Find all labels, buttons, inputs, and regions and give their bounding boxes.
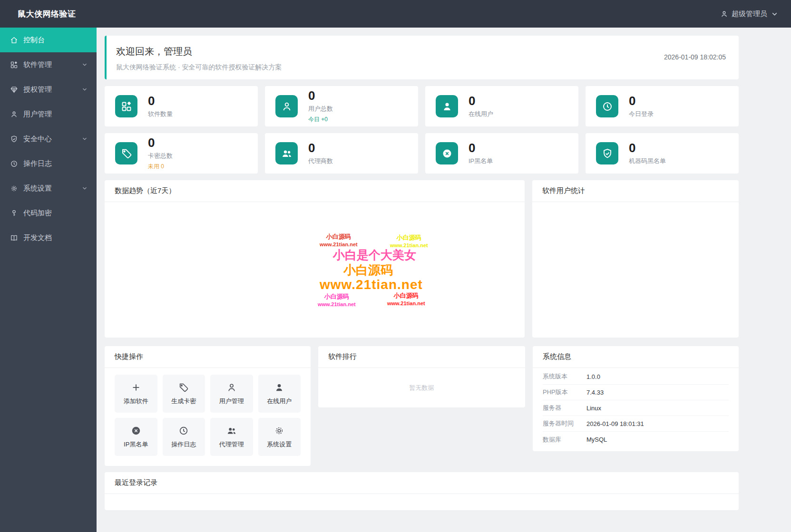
quick-action-label: IP黑名单	[124, 440, 148, 449]
tag-icon	[115, 142, 137, 164]
recent-logins-body	[105, 494, 739, 510]
stat-card-card-keys: 0 卡密总数 未用 0	[105, 133, 258, 174]
watermark-bottom-left: 小白源码 www.21tian.net	[318, 292, 356, 308]
user-icon	[10, 110, 23, 118]
stat-value: 0	[308, 89, 333, 103]
sidebar-item-authorization[interactable]: 授权管理	[0, 77, 97, 102]
shield-check-icon	[10, 135, 23, 143]
stats-row-1: 0 软件数量 0 用户总数 今日 +0 0 在线用户 0 今日登录	[105, 86, 739, 126]
system-info-row: PHP版本 7.4.33	[543, 385, 729, 400]
sidebar-item-label: 用户管理	[23, 110, 88, 119]
quick-action-system-settings[interactable]: 系统设置	[258, 418, 301, 456]
stat-value: 0	[629, 141, 666, 155]
user-menu-label: 超级管理员	[732, 10, 767, 19]
watermark-bottom-right: 小白源码 www.21tian.net	[387, 291, 425, 307]
sidebar-item-encryption[interactable]: 代码加密	[0, 201, 97, 225]
tag-icon	[178, 382, 189, 393]
sidebar-item-label: 授权管理	[23, 85, 81, 94]
sidebar-item-security[interactable]: 安全中心	[0, 126, 97, 151]
stat-label: IP黑名单	[469, 157, 493, 165]
system-info-label: 系统版本	[543, 372, 586, 381]
user-outline-icon	[226, 382, 237, 393]
quick-action-add-software[interactable]: 添加软件	[115, 375, 157, 413]
system-info-row: 服务器时间 2026-01-09 18:01:31	[543, 416, 729, 432]
stat-value: 0	[469, 94, 493, 108]
software-ranking-panel: 软件排行 暂无数据	[318, 346, 525, 407]
stat-label: 今日登录	[629, 110, 654, 118]
users-icon	[275, 142, 298, 164]
quick-action-label: 添加软件	[124, 397, 148, 406]
stat-value: 0	[629, 94, 654, 108]
sidebar-item-settings[interactable]: 系统设置	[0, 176, 97, 201]
quick-actions-grid: 添加软件 生成卡密 用户管理 在线用户 IP黑名单	[105, 368, 311, 466]
sidebar-item-software[interactable]: 软件管理	[0, 52, 97, 77]
system-info-row: 数据库 MySQL	[543, 432, 729, 447]
quick-action-user-management[interactable]: 用户管理	[210, 375, 253, 413]
user-outline-icon	[275, 95, 298, 117]
system-info-panel: 系统信息 系统版本 1.0.0 PHP版本 7.4.33 服务器 Linux 服…	[533, 346, 739, 451]
watermark-big-pink: 小白是个大美女	[333, 247, 416, 263]
software-user-stats-title: 软件用户统计	[532, 180, 739, 202]
system-info-label: 服务器时间	[543, 419, 586, 428]
stat-card-today-logins: 0 今日登录	[586, 86, 739, 126]
main-content: 欢迎回来，管理员 鼠大侠网络验证系统 · 安全可靠的软件授权验证解决方案 202…	[97, 28, 791, 532]
sidebar-item-label: 操作日志	[23, 159, 88, 168]
user-menu[interactable]: 超级管理员	[720, 10, 779, 19]
user-icon	[720, 10, 728, 18]
user-solid-icon	[274, 382, 284, 393]
sidebar-item-logs[interactable]: 操作日志	[0, 151, 97, 176]
stat-label: 代理商数	[308, 157, 333, 165]
user-solid-icon	[436, 95, 458, 117]
quick-action-generate-keys[interactable]: 生成卡密	[163, 375, 205, 413]
system-info-label: 服务器	[543, 404, 586, 412]
system-info-value: 1.0.0	[586, 373, 600, 380]
sidebar-item-docs[interactable]: 开发文档	[0, 225, 97, 250]
system-info-title: 系统信息	[533, 346, 739, 368]
system-info-value: Linux	[586, 405, 601, 412]
sidebar-item-dashboard[interactable]: 控制台	[0, 28, 97, 52]
trend-chart-title: 数据趋势（近7天）	[105, 180, 525, 202]
recent-logins-panel: 最近登录记录	[105, 472, 739, 510]
quick-actions-title: 快捷操作	[105, 346, 311, 368]
stat-sub-today: 今日 +0	[308, 116, 333, 124]
sidebar-item-users[interactable]: 用户管理	[0, 102, 97, 126]
clock-icon	[10, 160, 23, 168]
quick-action-operation-logs[interactable]: 操作日志	[163, 418, 205, 456]
system-info-body: 系统版本 1.0.0 PHP版本 7.4.33 服务器 Linux 服务器时间 …	[533, 368, 739, 451]
clock-icon	[178, 426, 189, 436]
quick-action-online-users[interactable]: 在线用户	[258, 375, 301, 413]
book-icon	[10, 234, 23, 242]
quick-action-label: 系统设置	[267, 440, 292, 449]
welcome-banner: 欢迎回来，管理员 鼠大侠网络验证系统 · 安全可靠的软件授权验证解决方案 202…	[105, 36, 739, 79]
watermark-top-right: 小白源码 www.21tian.net	[390, 233, 428, 249]
system-info-row: 系统版本 1.0.0	[543, 369, 729, 385]
stat-card-online-users: 0 在线用户	[425, 86, 578, 126]
stats-row-2: 0 卡密总数 未用 0 0 代理商数 0 IP黑名单 0 机器码黑名单	[105, 133, 739, 174]
stat-card-agents: 0 代理商数	[265, 133, 418, 174]
stat-label: 用户总数	[308, 105, 333, 113]
system-info-row: 服务器 Linux	[543, 400, 729, 416]
chevron-down-icon	[81, 86, 88, 93]
apps-icon	[115, 95, 137, 117]
quick-action-ip-blacklist[interactable]: IP黑名单	[115, 418, 157, 456]
quick-action-label: 在线用户	[267, 397, 292, 406]
circle-x-icon	[131, 426, 141, 436]
welcome-title: 欢迎回来，管理员	[116, 45, 727, 58]
software-ranking-body: 暂无数据	[318, 368, 525, 407]
system-info-value: 2026-01-09 18:01:31	[586, 420, 644, 427]
stat-card-machine-blacklist: 0 机器码黑名单	[586, 133, 739, 174]
sidebar-item-label: 代码加密	[23, 209, 88, 218]
system-info-value: 7.4.33	[586, 389, 604, 396]
top-header: 鼠大侠网络验证 超级管理员	[0, 0, 791, 28]
sidebar-item-label: 安全中心	[23, 135, 81, 144]
recent-logins-title: 最近登录记录	[105, 472, 739, 494]
home-icon	[10, 36, 23, 44]
software-user-stats-area	[532, 202, 739, 338]
quick-action-agent-management[interactable]: 代理管理	[210, 418, 253, 456]
stat-sub-unused: 未用 0	[148, 163, 173, 171]
stat-card-total-users: 0 用户总数 今日 +0	[265, 86, 418, 126]
stat-label: 机器码黑名单	[629, 157, 666, 165]
quick-action-label: 代理管理	[219, 440, 244, 449]
sidebar-item-label: 软件管理	[23, 60, 81, 69]
shield-check-icon	[596, 142, 618, 164]
